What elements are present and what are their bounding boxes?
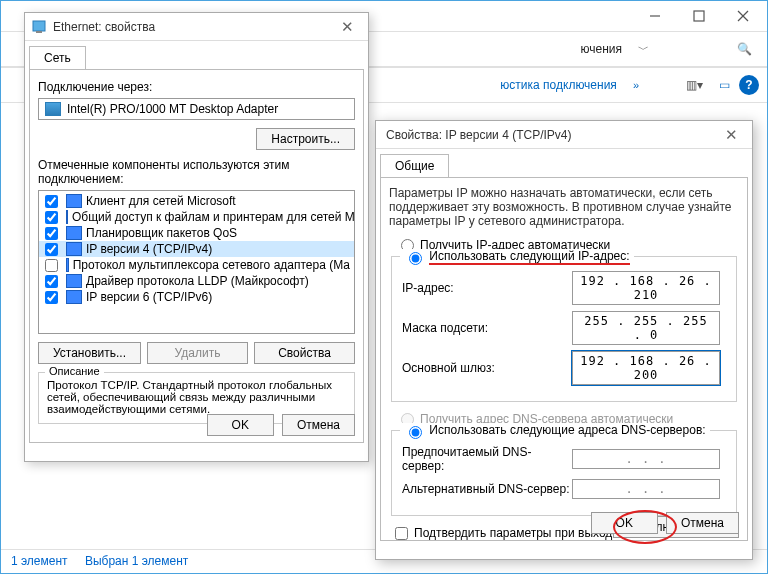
diagnostics-link[interactable]: юстика подключения xyxy=(500,78,617,92)
radio-manual-dns[interactable]: Использовать следующие адреса DNS-сервер… xyxy=(400,423,710,439)
dns-group: Использовать следующие адреса DNS-сервер… xyxy=(391,430,737,516)
confirm-label: Подтвердить параметры при выходе xyxy=(414,526,619,540)
description-text: Протокол TCP/IP. Стандартный протокол гл… xyxy=(47,379,346,415)
component-icon xyxy=(66,226,82,240)
component-row[interactable]: Планировщик пакетов QoS xyxy=(39,225,354,241)
minimize-button[interactable] xyxy=(633,2,677,30)
status-selection: Выбран 1 элемент xyxy=(85,554,188,568)
component-label: Общий доступ к файлам и принтерам для се… xyxy=(72,210,355,224)
component-label: Драйвер протокола LLDP (Майкрософт) xyxy=(86,274,309,288)
cancel-button[interactable]: Отмена xyxy=(282,414,355,436)
component-icon xyxy=(66,242,82,256)
toolbar-text: ючения xyxy=(581,42,623,56)
ip-group: Использовать следующий IP-адрес: IP-адре… xyxy=(391,256,737,402)
close-icon[interactable]: ✕ xyxy=(332,18,362,36)
component-label: Планировщик пакетов QoS xyxy=(86,226,237,240)
dialog-titlebar: Свойства: IP версии 4 (TCP/IPv4) ✕ xyxy=(376,121,752,149)
gateway-input[interactable]: 192 . 168 . 26 . 200 xyxy=(572,351,720,385)
component-checkbox[interactable] xyxy=(45,259,58,272)
connect-via-label: Подключение через: xyxy=(38,80,355,94)
component-icon xyxy=(66,258,69,272)
cancel-button[interactable]: Отмена xyxy=(666,512,739,534)
chevron-right-icon[interactable]: » xyxy=(633,79,639,91)
adapter-combo[interactable]: Intel(R) PRO/1000 MT Desktop Adapter xyxy=(38,98,355,120)
ethernet-icon xyxy=(31,19,47,35)
component-row[interactable]: Клиент для сетей Microsoft xyxy=(39,193,354,209)
svg-rect-4 xyxy=(33,21,45,31)
component-icon xyxy=(66,210,68,224)
mask-label: Маска подсети: xyxy=(402,321,572,335)
components-label: Отмеченные компоненты используются этим … xyxy=(38,158,355,186)
ip-input[interactable]: 192 . 168 . 26 . 210 xyxy=(572,271,720,305)
gateway-label: Основной шлюз: xyxy=(402,361,572,375)
component-row[interactable]: Драйвер протокола LLDP (Майкрософт) xyxy=(39,273,354,289)
component-icon xyxy=(66,194,82,208)
tab-general[interactable]: Общие xyxy=(380,154,449,178)
radio-input[interactable] xyxy=(409,252,422,265)
tab-network[interactable]: Сеть xyxy=(29,46,86,70)
component-checkbox[interactable] xyxy=(45,195,58,208)
dns2-input[interactable]: . . . xyxy=(572,479,720,499)
component-row[interactable]: Протокол мультиплексора сетевого адаптер… xyxy=(39,257,354,273)
dialog-titlebar: Ethernet: свойства ✕ xyxy=(25,13,368,41)
components-list[interactable]: Клиент для сетей MicrosoftОбщий доступ к… xyxy=(38,190,355,334)
component-icon xyxy=(66,274,82,288)
dns1-input[interactable]: . . . xyxy=(572,449,720,469)
component-checkbox[interactable] xyxy=(45,243,58,256)
component-checkbox[interactable] xyxy=(45,291,58,304)
component-row[interactable]: Общий доступ к файлам и принтерам для се… xyxy=(39,209,354,225)
svg-rect-5 xyxy=(36,31,42,33)
radio-label: Использовать следующие адреса DNS-сервер… xyxy=(429,423,705,437)
dialog-title: Ethernet: свойства xyxy=(53,20,332,34)
maximize-button[interactable] xyxy=(677,2,721,30)
radio-manual-ip[interactable]: Использовать следующий IP-адрес: xyxy=(400,249,634,265)
configure-button[interactable]: Настроить... xyxy=(256,128,355,150)
component-icon xyxy=(66,290,82,304)
confirm-checkbox[interactable] xyxy=(395,527,408,540)
component-row[interactable]: IP версии 6 (TCP/IPv6) xyxy=(39,289,354,305)
tabstrip: Сеть xyxy=(25,41,368,69)
dns2-label: Альтернативный DNS-сервер: xyxy=(402,482,572,496)
view-options-icon[interactable]: ▥▾ xyxy=(679,70,709,100)
ip-label: IP-адрес: xyxy=(402,281,572,295)
tab-body: Подключение через: Intel(R) PRO/1000 MT … xyxy=(29,69,364,443)
tabstrip: Общие xyxy=(376,149,752,177)
help-icon[interactable]: ? xyxy=(739,75,759,95)
chevron-down-icon[interactable]: ﹀ xyxy=(638,42,649,57)
svg-rect-1 xyxy=(694,11,704,21)
component-label: IP версии 4 (TCP/IPv4) xyxy=(86,242,212,256)
ethernet-properties-dialog: Ethernet: свойства ✕ Сеть Подключение че… xyxy=(24,12,369,462)
tab-body: Параметры IP можно назначать автоматичес… xyxy=(380,177,748,541)
component-checkbox[interactable] xyxy=(45,227,58,240)
dialog-title: Свойства: IP версии 4 (TCP/IPv4) xyxy=(382,128,716,142)
description-legend: Описание xyxy=(45,365,104,377)
ok-button[interactable]: OK xyxy=(207,414,274,436)
close-icon[interactable]: ✕ xyxy=(716,126,746,144)
info-text: Параметры IP можно назначать автоматичес… xyxy=(389,186,739,228)
status-count: 1 элемент xyxy=(11,554,68,568)
close-button[interactable] xyxy=(721,2,765,30)
ok-button[interactable]: OK xyxy=(591,512,658,534)
component-row[interactable]: IP версии 4 (TCP/IPv4) xyxy=(39,241,354,257)
nic-icon xyxy=(45,102,61,116)
radio-input[interactable] xyxy=(409,426,422,439)
install-button[interactable]: Установить... xyxy=(38,342,141,364)
properties-button[interactable]: Свойства xyxy=(254,342,355,364)
radio-label: Использовать следующий IP-адрес: xyxy=(429,249,629,265)
mask-input[interactable]: 255 . 255 . 255 . 0 xyxy=(572,311,720,345)
search-icon[interactable]: 🔍 xyxy=(729,34,759,64)
preview-pane-icon[interactable]: ▭ xyxy=(709,70,739,100)
component-checkbox[interactable] xyxy=(45,211,58,224)
component-label: Протокол мультиплексора сетевого адаптер… xyxy=(73,258,350,272)
ipv4-properties-dialog: Свойства: IP версии 4 (TCP/IPv4) ✕ Общие… xyxy=(375,120,753,560)
component-label: Клиент для сетей Microsoft xyxy=(86,194,236,208)
adapter-name: Intel(R) PRO/1000 MT Desktop Adapter xyxy=(67,102,278,116)
component-label: IP версии 6 (TCP/IPv6) xyxy=(86,290,212,304)
remove-button: Удалить xyxy=(147,342,248,364)
dns1-label: Предпочитаемый DNS-сервер: xyxy=(402,445,572,473)
component-checkbox[interactable] xyxy=(45,275,58,288)
